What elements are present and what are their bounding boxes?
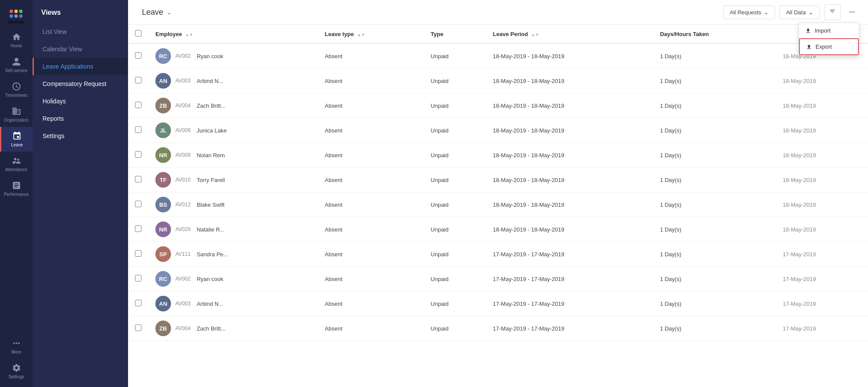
employee-cell-5: TF AV010 Torry Farell	[148, 168, 318, 192]
sidebar-item-services[interactable]: Services	[8, 4, 24, 28]
row-checkbox[interactable]	[135, 151, 141, 158]
row-checkbox-cell[interactable]	[128, 291, 148, 316]
row-checkbox[interactable]	[135, 250, 141, 257]
dot-6	[19, 14, 23, 18]
days-6: 1 Day(s)	[653, 192, 776, 217]
sidebar-item-performance[interactable]: Performance	[0, 176, 33, 201]
row-checkbox[interactable]	[135, 102, 141, 108]
leave-period-sort[interactable]: ▲▼	[531, 33, 539, 37]
row-checkbox-cell[interactable]	[128, 143, 148, 168]
leave-type-10: Absent	[318, 291, 424, 316]
select-all-header[interactable]	[128, 25, 148, 43]
nav-item-holidays[interactable]: Holidays	[33, 93, 128, 110]
days-0: 1 Day(s)	[653, 43, 776, 69]
row-checkbox-cell[interactable]	[128, 192, 148, 217]
employee-name: Ryan cook	[197, 53, 223, 60]
row-checkbox[interactable]	[135, 324, 141, 331]
row-checkbox[interactable]	[135, 225, 141, 232]
days-7: 1 Day(s)	[653, 217, 776, 242]
leave-period-7: 18-May-2019 - 18-May-2019	[486, 217, 653, 242]
leave-type-sort[interactable]: ▲▼	[357, 33, 365, 37]
row-checkbox[interactable]	[135, 176, 141, 182]
row-checkbox-cell[interactable]	[128, 242, 148, 267]
days-5: 1 Day(s)	[653, 168, 776, 192]
row-checkbox-cell[interactable]	[128, 118, 148, 143]
row-checkbox[interactable]	[135, 201, 141, 207]
org-icon	[12, 106, 21, 116]
employee-avatar: ZB	[155, 98, 171, 113]
employee-id: AV002	[175, 276, 191, 282]
type-1: Unpaid	[424, 69, 486, 93]
employee-header: Employee ▲▼	[148, 25, 318, 43]
import-option[interactable]: Import	[799, 23, 859, 38]
employee-cell-8: SP AV111 Sandra Pe...	[148, 242, 318, 267]
row-checkbox[interactable]	[135, 126, 141, 133]
sidebar-item-timesheets[interactable]: Timesheets	[0, 77, 33, 102]
days-3: 1 Day(s)	[653, 118, 776, 143]
row-checkbox-cell[interactable]	[128, 168, 148, 192]
type-5: Unpaid	[424, 168, 486, 192]
nav-item-reports[interactable]: Reports	[33, 110, 128, 127]
sidebar-item-selfservice[interactable]: Self-service	[0, 53, 33, 77]
leave-title-dropdown[interactable]: Leave ⌄	[137, 5, 177, 20]
employee-avatar: ZB	[155, 321, 171, 336]
leave-table: Employee ▲▼ Leave type ▲▼ Type Leave Per…	[128, 25, 868, 341]
type-8: Unpaid	[424, 242, 486, 267]
employee-id: AV004	[175, 325, 191, 331]
clock-icon	[12, 82, 21, 91]
employee-cell-3: JL AV008 Junica Lake	[148, 118, 318, 143]
employee-cell-9: RC AV002 Ryan cook	[148, 267, 318, 291]
sidebar-item-leave[interactable]: Leave	[0, 127, 33, 152]
leave-period-9: 17-May-2019 - 17-May-2019	[486, 267, 653, 291]
nav-item-calendar-view[interactable]: Calendar View	[33, 40, 128, 58]
nav-item-leave-applications[interactable]: Leave Applications	[33, 58, 128, 75]
organization-label: Organization	[4, 118, 29, 122]
row-checkbox-cell[interactable]	[128, 217, 148, 242]
nav-item-compensatory[interactable]: Compensatory Request	[33, 75, 128, 93]
table-row: BS AV012 Blake Swift Absent Unpaid 18-Ma…	[128, 192, 868, 217]
row-checkbox-cell[interactable]	[128, 69, 148, 93]
sidebar-item-settings[interactable]: Settings	[0, 359, 33, 384]
row-checkbox-cell[interactable]	[128, 43, 148, 69]
all-data-dropdown[interactable]: All Data ⌄	[779, 6, 820, 19]
date-2: 18-May-2019	[776, 93, 868, 118]
export-option[interactable]: Export	[799, 38, 859, 55]
table-row: AN AV003 Arbind N... Absent Unpaid 18-Ma…	[128, 69, 868, 93]
all-requests-label: All Requests	[730, 9, 761, 16]
row-checkbox-cell[interactable]	[128, 316, 148, 341]
sidebar-item-organization[interactable]: Organization	[0, 102, 33, 127]
row-checkbox[interactable]	[135, 300, 141, 306]
sidebar-item-more[interactable]: More	[0, 334, 33, 359]
type-6: Unpaid	[424, 192, 486, 217]
employee-name: Zach Britt...	[197, 103, 225, 109]
row-checkbox[interactable]	[135, 52, 141, 59]
days-2: 1 Day(s)	[653, 93, 776, 118]
row-checkbox[interactable]	[135, 77, 141, 83]
leave-type-8: Absent	[318, 242, 424, 267]
employee-sort[interactable]: ▲▼	[185, 33, 193, 37]
select-all-checkbox[interactable]	[135, 30, 141, 36]
row-checkbox[interactable]	[135, 275, 141, 281]
employee-id: AV002	[175, 53, 191, 59]
leave-type-9: Absent	[318, 267, 424, 291]
employee-name: Blake Swift	[197, 202, 224, 208]
more-options-button[interactable]: ···	[845, 5, 859, 19]
sidebar-item-attendance[interactable]: Attendance	[0, 152, 33, 176]
table-row: TF AV010 Torry Farell Absent Unpaid 18-M…	[128, 168, 868, 192]
nav-item-settings[interactable]: Settings	[33, 127, 128, 145]
filter-button[interactable]	[824, 4, 841, 20]
employee-name: Sandra Pe...	[197, 251, 228, 258]
employee-cell-1: AN AV003 Arbind N...	[148, 69, 318, 93]
sidebar-item-home[interactable]: Home	[0, 28, 33, 53]
nav-item-list-view[interactable]: List View	[33, 23, 128, 40]
date-1: 18-May-2019	[776, 69, 868, 93]
row-checkbox-cell[interactable]	[128, 93, 148, 118]
employee-name: Junica Lake	[197, 127, 227, 134]
employee-cell-7: NR AV029 Natalie R...	[148, 217, 318, 242]
date-11: 17-May-2019	[776, 316, 868, 341]
leave-label: Leave	[11, 142, 23, 147]
row-checkbox-cell[interactable]	[128, 267, 148, 291]
leave-title: Leave	[142, 8, 163, 17]
employee-cell-11: ZB AV004 Zach Britt...	[148, 316, 318, 341]
all-requests-dropdown[interactable]: All Requests ⌄	[723, 6, 775, 19]
